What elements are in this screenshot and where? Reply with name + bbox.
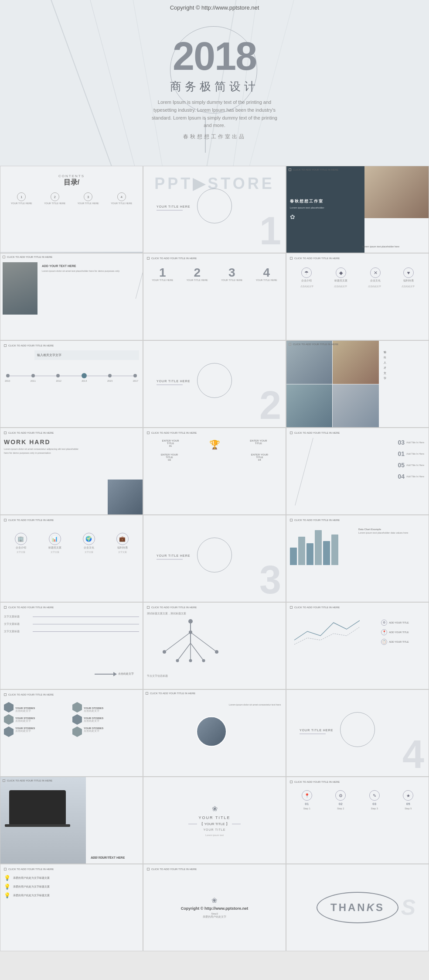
checkbox-s19 bbox=[4, 693, 7, 696]
t-dot-3 bbox=[56, 374, 60, 377]
circle-4 bbox=[340, 712, 375, 747]
click-add-s21: CLICK TO ADD YOUR TITLE IN HERE bbox=[7, 779, 52, 782]
slide-thanks[interactable]: THANKS S bbox=[286, 864, 429, 951]
year-1: 2010 bbox=[5, 380, 10, 382]
flower-icon-2: ❀ bbox=[181, 896, 248, 905]
slide-photo-grid[interactable]: CLICK TO ADD YOUR TITLE IN HERE 输出人才文字 bbox=[286, 340, 429, 428]
checkbox-s21 bbox=[3, 779, 5, 782]
checkbox-s24 bbox=[4, 868, 7, 870]
slide-hex[interactable]: CLICK TO ADD YOUR TITLE IN HERE YOUR STO… bbox=[0, 689, 143, 777]
circle-icon-1: 🏢 bbox=[15, 533, 27, 545]
checkbox-s11 bbox=[147, 432, 150, 434]
trophy-icon: 🏆 bbox=[209, 439, 220, 450]
slide-photo-text[interactable]: CLICK TO ADD YOUR TITLE IN HERE ADD YOUR… bbox=[0, 253, 143, 340]
dark-bottom-text: Lorem ipsum text placeholder here bbox=[362, 245, 426, 248]
slide-tree[interactable]: CLICK TO ADD YOUR TITLE IN HERE 测试标题文案文案… bbox=[143, 602, 286, 689]
tree-svg bbox=[147, 617, 234, 674]
circle-label-1: 企业介绍 bbox=[16, 546, 26, 549]
num-4: 4 bbox=[263, 267, 270, 279]
dark-section: 春秋想想工作室 Lorem ipsum text placeholder ✿ bbox=[286, 166, 364, 253]
svg-line-3 bbox=[177, 643, 191, 661]
step-num-2: 02 bbox=[339, 802, 343, 806]
checkbox-s7 bbox=[4, 344, 7, 347]
checkbox-s16 bbox=[4, 606, 7, 609]
slide-contents[interactable]: CONTENTS 目录/ 1 YOUR TITLE HERE 2 YOUR TI… bbox=[0, 166, 143, 253]
enter-title-1: ENTER YOURTITLE01 bbox=[162, 439, 179, 450]
circle-icon-3: 🌍 bbox=[83, 533, 95, 545]
slide-arrow[interactable]: CLICK TO ADD YOUR TITLE IN HERE 文字文案标题 文… bbox=[0, 602, 143, 689]
enter-title-3: ENTER YOURTITLE03 bbox=[161, 453, 178, 461]
slide-cover3[interactable]: YOUR TITLE HERE 3 bbox=[143, 515, 286, 602]
svg-point-10 bbox=[176, 659, 179, 662]
hex-5 bbox=[72, 714, 82, 725]
your-title-here-1: YOUR TITLE HERE bbox=[157, 205, 191, 208]
slide-bar-chart[interactable]: CLICK TO ADD YOUR TITLE IN HERE Data Cha… bbox=[286, 515, 429, 602]
step-num-3: 03 bbox=[372, 802, 376, 806]
slide-line-chart[interactable]: CLICK TO ADD YOUR TITLE IN HERE ⚙ ADD YO… bbox=[286, 602, 429, 689]
click-add-s3: CLICK TO ADD YOUR TITLE IN HERE bbox=[293, 168, 338, 171]
copyright-bottom-text: Copyright © http://www.pptstore.net bbox=[181, 906, 248, 911]
diag-line bbox=[295, 438, 313, 506]
macbook-photo bbox=[0, 777, 86, 863]
svg-line-5 bbox=[191, 643, 204, 661]
num-1: 1 bbox=[159, 267, 166, 279]
book-icon-1: 📋 bbox=[381, 639, 387, 645]
hex-6 bbox=[72, 726, 82, 737]
gear-icon-1: ⚙ bbox=[381, 620, 387, 626]
chart-desc: Data Chart Example Lorem ipsum text plac… bbox=[358, 526, 425, 565]
t-line-1 bbox=[10, 376, 31, 376]
year-6: 2017 bbox=[133, 380, 138, 382]
hex-2 bbox=[4, 714, 14, 725]
slide-work-hard[interactable]: CLICK TO ADD YOUR TITLE IN HERE WORK HAR… bbox=[0, 428, 143, 515]
click-add-s18: CLICK TO ADD YOUR TITLE IN HERE bbox=[294, 606, 340, 609]
click-add-s12: CLICK TO ADD YOUR TITLE IN HERE bbox=[294, 432, 340, 434]
chart-icon: ✕ bbox=[370, 267, 381, 278]
slide-4numbers[interactable]: CLICK TO ADD YOUR TITLE IN HERE 1 YOUR T… bbox=[143, 253, 286, 340]
bottom-title-text: 亲爱的用户此处文字 bbox=[181, 915, 248, 919]
slide-cover4-variant[interactable]: CLICK TO ADD YOUR TITLE IN HERE Lorem ip… bbox=[143, 689, 286, 777]
svg-point-6 bbox=[188, 619, 193, 624]
circle-desc-1: 文字文案 bbox=[17, 551, 25, 553]
slide-step-icons[interactable]: CLICK TO ADD YOUR TITLE IN HERE 📍 01 Ste… bbox=[286, 777, 429, 864]
slide-cover1[interactable]: YOUR TITLE HERE 1 bbox=[143, 166, 286, 253]
circle-icon-4: 💼 bbox=[116, 533, 129, 545]
slide-dark-photo[interactable]: CLICK TO ADD YOUR TITLE IN HERE 春秋想想工作室 … bbox=[286, 166, 429, 253]
icon-desc-3: 点击此处文字 bbox=[364, 285, 384, 288]
idea-text-2: 亲爱的用户此处为文字标题文案 bbox=[13, 885, 50, 889]
row-label-3: 文字文案标题 bbox=[4, 630, 30, 634]
bar-1 bbox=[290, 548, 297, 565]
checkbox-s25 bbox=[147, 868, 150, 870]
slide-circle-icons[interactable]: CLICK TO ADD YOUR TITLE IN HERE 🏢 企业介绍 文… bbox=[0, 515, 143, 602]
big-num-1: 1 bbox=[259, 211, 281, 250]
slide-macbook[interactable]: CLICK TO ADD YOUR TITLE IN HERE ADD YOUR… bbox=[0, 777, 143, 864]
hex-desc-5: 点击此处文字 bbox=[84, 720, 139, 723]
svg-point-12 bbox=[202, 659, 205, 662]
step-icon-1: 📍 bbox=[302, 790, 312, 801]
slide-copyright-bottom[interactable]: CLICK TO ADD YOUR TITLE IN HERE ❀ Copyri… bbox=[143, 864, 286, 951]
slide-cover2[interactable]: YOUR TITLE HERE 2 bbox=[143, 340, 286, 428]
big-num-2: 2 bbox=[259, 386, 281, 425]
slide-numbered-list[interactable]: CLICK TO ADD YOUR TITLE IN HERE 03 Add T… bbox=[286, 428, 429, 515]
hero-year: 2018 bbox=[173, 34, 256, 79]
slide-your-title[interactable]: ❀ YOUR TITLE 【 YOUR TITLE 】 YOUR TITLE L… bbox=[143, 777, 286, 864]
click-add-s23: CLICK TO ADD YOUR TITLE IN HERE bbox=[294, 781, 340, 783]
t-dot-5 bbox=[108, 374, 112, 377]
circle-3 bbox=[197, 538, 232, 572]
slide-icons[interactable]: CLICK TO ADD YOUR TITLE IN HERE ☂ 企业介绍 ◆… bbox=[286, 253, 429, 340]
hex-desc-3: 点击此处文字 bbox=[15, 730, 71, 733]
slide-timeline[interactable]: CLICK TO ADD YOUR TITLE IN HERE 输入相关文字文字… bbox=[0, 340, 143, 428]
slide-cover4[interactable]: YOUR TITLE HERE 4 bbox=[286, 689, 429, 777]
slide-trophy[interactable]: CLICK TO ADD YOUR TITLE IN HERE ENTER YO… bbox=[143, 428, 286, 515]
circle-label-4: 福利待遇 bbox=[117, 546, 128, 549]
t-line-2 bbox=[35, 376, 57, 376]
bar-3 bbox=[306, 543, 313, 565]
click-add-s4: CLICK TO ADD YOUR TITLE IN HERE bbox=[7, 256, 52, 258]
list-text-03: Add Title In Here bbox=[406, 441, 424, 444]
icon-desc-4: 点击此处文字 bbox=[398, 285, 418, 288]
slide-ideas[interactable]: CLICK TO ADD YOUR TITLE IN HERE 💡 亲爱的用户此… bbox=[0, 864, 143, 951]
icon-desc-1: 点击此处文字 bbox=[297, 285, 317, 288]
enter-title-4: ENTER YOURTITLE04 bbox=[251, 453, 268, 461]
num-circle-1: 1 bbox=[17, 192, 26, 201]
bulb-icon-1: 💡 bbox=[4, 875, 10, 881]
num-label-3: YOUR TITLE HERE bbox=[221, 279, 242, 281]
